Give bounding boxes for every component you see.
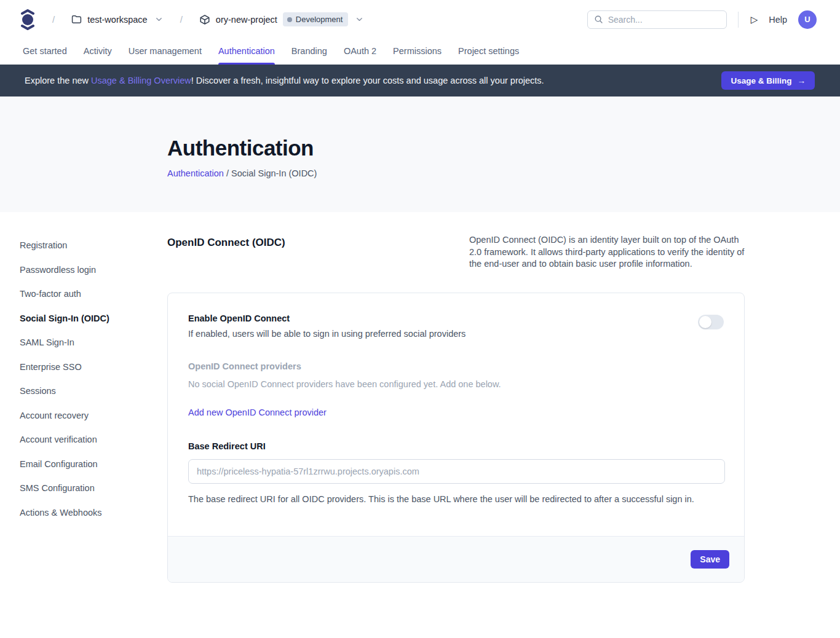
workspace-selector[interactable]: test-workspace	[71, 14, 164, 25]
cube-icon	[199, 14, 210, 25]
user-avatar[interactable]: U	[798, 10, 817, 29]
sidebar-item-sessions[interactable]: Sessions	[20, 381, 167, 401]
sidebar-item-account-recovery[interactable]: Account recovery	[20, 406, 167, 425]
play-icon[interactable]: ▷	[748, 13, 761, 26]
oidc-settings-main: OpenID Connect (OIDC) OpenID Connect (OI…	[167, 234, 745, 583]
environment-dot-icon	[287, 17, 292, 22]
sidebar-item-passwordless-login[interactable]: Passwordless login	[20, 260, 167, 280]
breadcrumb-separator: /	[224, 168, 231, 178]
oidc-providers-title: OpenID Connect providers	[188, 361, 724, 371]
chevron-down-icon	[154, 15, 164, 24]
search-box[interactable]	[587, 10, 727, 29]
enable-oidc-row: Enable OpenID Connect If enabled, users …	[188, 313, 724, 339]
enable-oidc-text: Enable OpenID Connect If enabled, users …	[188, 313, 466, 339]
content-area: Registration Passwordless login Two-fact…	[0, 212, 840, 620]
usage-billing-banner: Explore the new Usage & Billing Overview…	[0, 65, 840, 96]
oidc-settings-card: Enable OpenID Connect If enabled, users …	[167, 293, 745, 583]
top-bar: / test-workspace / ory-new-project	[0, 0, 840, 39]
add-oidc-provider-link[interactable]: Add new OpenID Connect provider	[188, 408, 327, 417]
tab-branding[interactable]: Branding	[291, 39, 327, 65]
save-button[interactable]: Save	[691, 550, 729, 569]
top-bar-divider	[738, 12, 739, 28]
breadcrumb: / test-workspace / ory-new-project	[20, 9, 364, 30]
sidebar-item-sms-configuration[interactable]: SMS Configuration	[20, 478, 167, 498]
toggle-knob	[699, 316, 711, 328]
breadcrumb-separator: /	[180, 14, 183, 25]
base-redirect-uri-helper: The base redirect URI for all OIDC provi…	[188, 494, 724, 504]
page-breadcrumb: Authentication / Social Sign-In (OIDC)	[167, 168, 840, 178]
sidebar-item-email-configuration[interactable]: Email Configuration	[20, 454, 167, 474]
help-link[interactable]: Help	[769, 15, 787, 25]
breadcrumb-authentication-link[interactable]: Authentication	[167, 168, 224, 178]
usage-billing-button-label: Usage & Billing	[731, 76, 791, 85]
tab-permissions[interactable]: Permissions	[393, 39, 442, 65]
banner-text-suffix: ! Discover a fresh, insightful way to ex…	[191, 76, 544, 85]
sidebar-item-two-factor-auth[interactable]: Two-factor auth	[20, 284, 167, 304]
search-input[interactable]	[608, 15, 720, 25]
environment-badge-label: Development	[296, 15, 343, 24]
tab-authentication[interactable]: Authentication	[218, 39, 275, 65]
base-redirect-uri-label: Base Redirect URI	[188, 441, 266, 451]
breadcrumb-separator: /	[52, 14, 55, 25]
usage-billing-button[interactable]: Usage & Billing →	[721, 71, 815, 90]
breadcrumb-current: Social Sign-In (OIDC)	[231, 168, 317, 178]
oidc-providers-section: OpenID Connect providers No social OpenI…	[188, 361, 724, 418]
ory-logo-icon[interactable]	[20, 9, 36, 30]
banner-text-prefix: Explore the new	[25, 76, 91, 85]
sidebar-item-enterprise-sso[interactable]: Enterprise SSO	[20, 357, 167, 377]
oidc-card-body: Enable OpenID Connect If enabled, users …	[168, 293, 744, 536]
settings-sidebar: Registration Passwordless login Two-fact…	[20, 234, 167, 583]
folder-icon	[71, 14, 82, 25]
sidebar-item-account-verification[interactable]: Account verification	[20, 430, 167, 449]
sidebar-item-registration[interactable]: Registration	[20, 235, 167, 255]
chevron-down-icon	[355, 15, 364, 24]
banner-text: Explore the new Usage & Billing Overview…	[25, 76, 544, 85]
sidebar-item-saml-sign-in[interactable]: SAML Sign-In	[20, 333, 167, 352]
section-header: OpenID Connect (OIDC) OpenID Connect (OI…	[167, 234, 745, 270]
base-redirect-uri-input[interactable]	[188, 459, 725, 484]
page-hero: Authentication Authentication / Social S…	[0, 96, 840, 212]
section-title: OpenID Connect (OIDC)	[167, 234, 285, 249]
enable-oidc-toggle[interactable]	[698, 315, 724, 329]
tab-user-management[interactable]: User management	[129, 39, 202, 65]
workspace-name: test-workspace	[87, 15, 148, 25]
project-selector[interactable]: ory-new-project Development	[199, 12, 365, 26]
arrow-right-icon: →	[798, 76, 806, 85]
project-nav-tabs: Get started Activity User management Aut…	[0, 39, 840, 65]
tab-get-started[interactable]: Get started	[23, 39, 67, 65]
environment-badge: Development	[283, 12, 349, 26]
oidc-providers-empty-text: No social OpenID Connect providers have …	[188, 379, 724, 389]
tab-activity[interactable]: Activity	[84, 39, 112, 65]
card-footer: Save	[168, 536, 744, 582]
sidebar-item-social-sign-in-oidc[interactable]: Social Sign-In (OIDC)	[20, 309, 167, 328]
sidebar-item-actions-webhooks[interactable]: Actions & Webhooks	[20, 503, 167, 522]
page-title: Authentication	[167, 136, 840, 160]
enable-oidc-title: Enable OpenID Connect	[188, 313, 466, 323]
base-redirect-uri-section: Base Redirect URI The base redirect URI …	[188, 441, 724, 504]
section-description: OpenID Connect (OIDC) is an identity lay…	[469, 234, 745, 270]
top-bar-actions: ▷ Help U	[587, 10, 817, 29]
tab-oauth2[interactable]: OAuth 2	[344, 39, 376, 65]
search-icon	[594, 15, 603, 24]
project-name: ory-new-project	[216, 15, 277, 25]
banner-usage-billing-link[interactable]: Usage & Billing Overview	[91, 76, 191, 85]
tab-project-settings[interactable]: Project settings	[458, 39, 519, 65]
enable-oidc-subtitle: If enabled, users will be able to sign i…	[188, 329, 466, 339]
